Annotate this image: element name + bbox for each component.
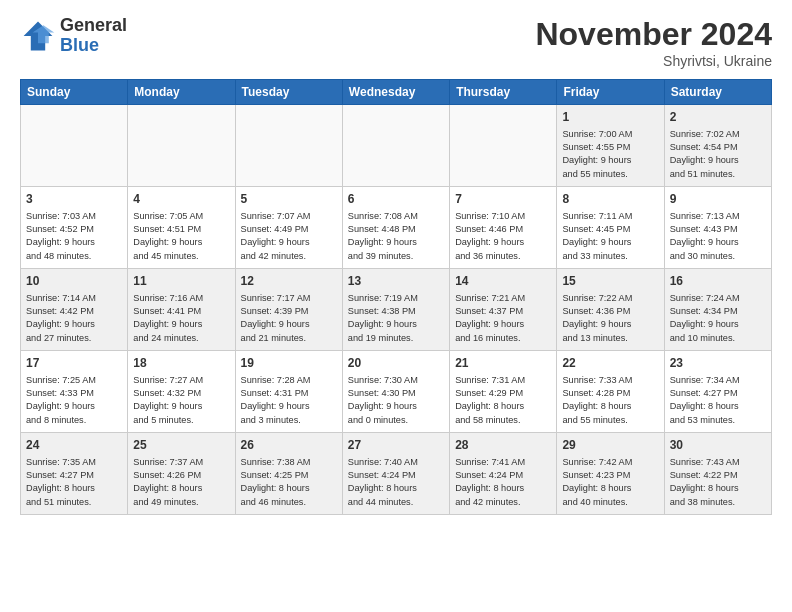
- week-row-3: 10Sunrise: 7:14 AMSunset: 4:42 PMDayligh…: [21, 269, 772, 351]
- day-info: Sunrise: 7:24 AMSunset: 4:34 PMDaylight:…: [670, 292, 766, 345]
- day-info: Sunrise: 7:10 AMSunset: 4:46 PMDaylight:…: [455, 210, 551, 263]
- day-number: 22: [562, 355, 658, 372]
- calendar-cell-0-3: [342, 105, 449, 187]
- calendar-cell-3-3: 20Sunrise: 7:30 AMSunset: 4:30 PMDayligh…: [342, 351, 449, 433]
- day-number: 2: [670, 109, 766, 126]
- logo: General Blue: [20, 16, 127, 56]
- calendar-cell-2-0: 10Sunrise: 7:14 AMSunset: 4:42 PMDayligh…: [21, 269, 128, 351]
- logo-icon: [20, 18, 56, 54]
- calendar-cell-1-3: 6Sunrise: 7:08 AMSunset: 4:48 PMDaylight…: [342, 187, 449, 269]
- day-info: Sunrise: 7:21 AMSunset: 4:37 PMDaylight:…: [455, 292, 551, 345]
- calendar-cell-4-3: 27Sunrise: 7:40 AMSunset: 4:24 PMDayligh…: [342, 433, 449, 515]
- day-number: 28: [455, 437, 551, 454]
- title-block: November 2024 Shyrivtsi, Ukraine: [535, 16, 772, 69]
- day-number: 8: [562, 191, 658, 208]
- calendar-cell-1-2: 5Sunrise: 7:07 AMSunset: 4:49 PMDaylight…: [235, 187, 342, 269]
- calendar-cell-4-1: 25Sunrise: 7:37 AMSunset: 4:26 PMDayligh…: [128, 433, 235, 515]
- day-info: Sunrise: 7:03 AMSunset: 4:52 PMDaylight:…: [26, 210, 122, 263]
- calendar-cell-3-5: 22Sunrise: 7:33 AMSunset: 4:28 PMDayligh…: [557, 351, 664, 433]
- day-info: Sunrise: 7:31 AMSunset: 4:29 PMDaylight:…: [455, 374, 551, 427]
- day-info: Sunrise: 7:13 AMSunset: 4:43 PMDaylight:…: [670, 210, 766, 263]
- calendar-cell-2-6: 16Sunrise: 7:24 AMSunset: 4:34 PMDayligh…: [664, 269, 771, 351]
- day-info: Sunrise: 7:34 AMSunset: 4:27 PMDaylight:…: [670, 374, 766, 427]
- calendar-cell-0-2: [235, 105, 342, 187]
- day-info: Sunrise: 7:30 AMSunset: 4:30 PMDaylight:…: [348, 374, 444, 427]
- day-number: 10: [26, 273, 122, 290]
- calendar-cell-1-1: 4Sunrise: 7:05 AMSunset: 4:51 PMDaylight…: [128, 187, 235, 269]
- day-info: Sunrise: 7:19 AMSunset: 4:38 PMDaylight:…: [348, 292, 444, 345]
- day-number: 5: [241, 191, 337, 208]
- day-number: 6: [348, 191, 444, 208]
- calendar-cell-4-5: 29Sunrise: 7:42 AMSunset: 4:23 PMDayligh…: [557, 433, 664, 515]
- day-info: Sunrise: 7:42 AMSunset: 4:23 PMDaylight:…: [562, 456, 658, 509]
- day-info: Sunrise: 7:35 AMSunset: 4:27 PMDaylight:…: [26, 456, 122, 509]
- calendar-cell-3-6: 23Sunrise: 7:34 AMSunset: 4:27 PMDayligh…: [664, 351, 771, 433]
- day-number: 30: [670, 437, 766, 454]
- header-saturday: Saturday: [664, 80, 771, 105]
- calendar-cell-2-1: 11Sunrise: 7:16 AMSunset: 4:41 PMDayligh…: [128, 269, 235, 351]
- day-info: Sunrise: 7:22 AMSunset: 4:36 PMDaylight:…: [562, 292, 658, 345]
- day-info: Sunrise: 7:02 AMSunset: 4:54 PMDaylight:…: [670, 128, 766, 181]
- day-info: Sunrise: 7:27 AMSunset: 4:32 PMDaylight:…: [133, 374, 229, 427]
- header-friday: Friday: [557, 80, 664, 105]
- calendar-cell-2-2: 12Sunrise: 7:17 AMSunset: 4:39 PMDayligh…: [235, 269, 342, 351]
- page: General Blue November 2024 Shyrivtsi, Uk…: [0, 0, 792, 612]
- header-row: SundayMondayTuesdayWednesdayThursdayFrid…: [21, 80, 772, 105]
- day-info: Sunrise: 7:07 AMSunset: 4:49 PMDaylight:…: [241, 210, 337, 263]
- logo-general-label: General: [60, 16, 127, 36]
- day-number: 29: [562, 437, 658, 454]
- month-title: November 2024: [535, 16, 772, 53]
- calendar-cell-0-1: [128, 105, 235, 187]
- calendar-cell-1-0: 3Sunrise: 7:03 AMSunset: 4:52 PMDaylight…: [21, 187, 128, 269]
- day-number: 26: [241, 437, 337, 454]
- calendar-cell-0-0: [21, 105, 128, 187]
- day-info: Sunrise: 7:43 AMSunset: 4:22 PMDaylight:…: [670, 456, 766, 509]
- day-number: 14: [455, 273, 551, 290]
- header: General Blue November 2024 Shyrivtsi, Uk…: [20, 16, 772, 69]
- day-number: 1: [562, 109, 658, 126]
- day-info: Sunrise: 7:17 AMSunset: 4:39 PMDaylight:…: [241, 292, 337, 345]
- day-number: 12: [241, 273, 337, 290]
- logo-text: General Blue: [60, 16, 127, 56]
- day-info: Sunrise: 7:28 AMSunset: 4:31 PMDaylight:…: [241, 374, 337, 427]
- header-monday: Monday: [128, 80, 235, 105]
- calendar-cell-2-5: 15Sunrise: 7:22 AMSunset: 4:36 PMDayligh…: [557, 269, 664, 351]
- day-info: Sunrise: 7:33 AMSunset: 4:28 PMDaylight:…: [562, 374, 658, 427]
- day-info: Sunrise: 7:00 AMSunset: 4:55 PMDaylight:…: [562, 128, 658, 181]
- day-number: 17: [26, 355, 122, 372]
- day-number: 7: [455, 191, 551, 208]
- week-row-1: 1Sunrise: 7:00 AMSunset: 4:55 PMDaylight…: [21, 105, 772, 187]
- calendar-cell-4-2: 26Sunrise: 7:38 AMSunset: 4:25 PMDayligh…: [235, 433, 342, 515]
- day-info: Sunrise: 7:16 AMSunset: 4:41 PMDaylight:…: [133, 292, 229, 345]
- calendar-cell-3-1: 18Sunrise: 7:27 AMSunset: 4:32 PMDayligh…: [128, 351, 235, 433]
- calendar-cell-4-4: 28Sunrise: 7:41 AMSunset: 4:24 PMDayligh…: [450, 433, 557, 515]
- day-number: 23: [670, 355, 766, 372]
- day-number: 20: [348, 355, 444, 372]
- day-number: 25: [133, 437, 229, 454]
- day-info: Sunrise: 7:25 AMSunset: 4:33 PMDaylight:…: [26, 374, 122, 427]
- day-number: 24: [26, 437, 122, 454]
- day-number: 16: [670, 273, 766, 290]
- header-sunday: Sunday: [21, 80, 128, 105]
- day-info: Sunrise: 7:11 AMSunset: 4:45 PMDaylight:…: [562, 210, 658, 263]
- day-number: 27: [348, 437, 444, 454]
- header-tuesday: Tuesday: [235, 80, 342, 105]
- calendar-cell-3-2: 19Sunrise: 7:28 AMSunset: 4:31 PMDayligh…: [235, 351, 342, 433]
- logo-blue-label: Blue: [60, 36, 127, 56]
- day-number: 19: [241, 355, 337, 372]
- day-info: Sunrise: 7:41 AMSunset: 4:24 PMDaylight:…: [455, 456, 551, 509]
- day-info: Sunrise: 7:37 AMSunset: 4:26 PMDaylight:…: [133, 456, 229, 509]
- day-info: Sunrise: 7:40 AMSunset: 4:24 PMDaylight:…: [348, 456, 444, 509]
- week-row-2: 3Sunrise: 7:03 AMSunset: 4:52 PMDaylight…: [21, 187, 772, 269]
- header-thursday: Thursday: [450, 80, 557, 105]
- location-label: Shyrivtsi, Ukraine: [535, 53, 772, 69]
- calendar-cell-0-4: [450, 105, 557, 187]
- calendar-cell-1-5: 8Sunrise: 7:11 AMSunset: 4:45 PMDaylight…: [557, 187, 664, 269]
- calendar-header: SundayMondayTuesdayWednesdayThursdayFrid…: [21, 80, 772, 105]
- calendar-cell-3-4: 21Sunrise: 7:31 AMSunset: 4:29 PMDayligh…: [450, 351, 557, 433]
- calendar-cell-4-0: 24Sunrise: 7:35 AMSunset: 4:27 PMDayligh…: [21, 433, 128, 515]
- day-info: Sunrise: 7:14 AMSunset: 4:42 PMDaylight:…: [26, 292, 122, 345]
- calendar-table: SundayMondayTuesdayWednesdayThursdayFrid…: [20, 79, 772, 515]
- day-number: 18: [133, 355, 229, 372]
- day-number: 4: [133, 191, 229, 208]
